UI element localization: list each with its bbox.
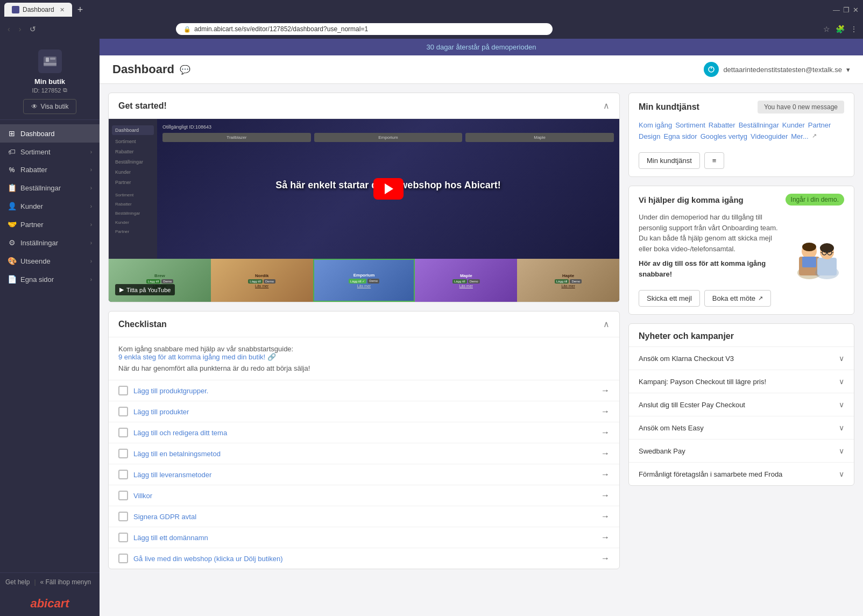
kundtjanst-link-bestallningar[interactable]: Beställningar <box>739 121 779 129</box>
kundtjanst-link-mer[interactable]: Mer... <box>791 132 809 140</box>
kundtjanst-link-kom-igang[interactable]: Kom igång <box>639 121 672 129</box>
bookmarks-icon[interactable]: ☆ <box>823 25 830 33</box>
grid-item-emporium: Emporium Lägg till ✓ Demo Läs mer <box>313 259 415 302</box>
checklist-label[interactable]: Villkor <box>133 492 152 500</box>
arrow-icon[interactable]: → <box>601 512 610 521</box>
browser-close[interactable]: ✕ <box>853 6 859 14</box>
checkbox-domannamn[interactable] <box>118 533 128 542</box>
sidebar-item-rabatter[interactable]: % Rabatter › <box>0 161 100 179</box>
vi-hjalper-text: Under din demoperiod har du tillgång til… <box>639 212 784 279</box>
boka-mote-button[interactable]: Boka ett möte ↗ <box>704 290 771 307</box>
checkbox-leveransmetoder[interactable] <box>118 470 128 479</box>
kundtjanst-link-egna-sidor[interactable]: Egna sidor <box>663 132 697 140</box>
checkbox-villkor[interactable] <box>118 491 128 500</box>
checklist-label[interactable]: Lägg till ett domännamn <box>133 534 208 542</box>
chevron-down-icon: ∨ <box>839 470 844 478</box>
arrow-icon[interactable]: → <box>601 386 610 395</box>
arrow-icon[interactable]: → <box>601 491 610 500</box>
browser-restore[interactable]: ❐ <box>843 6 850 14</box>
svg-point-9 <box>802 243 816 251</box>
sidebar-item-sortiment[interactable]: 🏷 Sortiment › <box>0 143 100 161</box>
kundtjanst-link-rabatter[interactable]: Rabatter <box>709 121 735 129</box>
checkbox-tema[interactable] <box>118 428 128 437</box>
arrow-icon[interactable]: → <box>601 533 610 542</box>
active-tab[interactable]: Dashboard ✕ <box>4 3 72 17</box>
user-email: dettaarintedenstitstatesten@textalk.se <box>723 66 842 74</box>
kundtjanst-link-partner[interactable]: Partner <box>808 121 831 129</box>
sidebar-item-utseende[interactable]: 🎨 Utseende › <box>0 252 100 270</box>
nav-forward-button[interactable]: › <box>17 24 24 34</box>
sortiment-icon: 🏷 <box>8 147 16 156</box>
sidebar-item-label: Partner <box>20 221 44 229</box>
kundtjanst-link-design[interactable]: Design <box>639 132 660 140</box>
menu-icon[interactable]: ⋮ <box>850 25 858 33</box>
nyheter-item-ecster[interactable]: Anslut dig till Ecster Pay Checkout ∨ <box>629 393 854 416</box>
play-button[interactable] <box>373 178 404 200</box>
checklist-label[interactable]: Signera GDPR avtal <box>133 513 196 521</box>
arrow-icon[interactable]: → <box>601 407 610 416</box>
kundtjanst-link-videoguider[interactable]: Videoguider <box>751 132 788 140</box>
checklist-label[interactable]: Lägg till en betalningsmetod <box>133 450 221 458</box>
get-help-link[interactable]: Get help <box>5 578 30 586</box>
min-kundtjanst-button[interactable]: Min kundtjänst <box>639 152 700 169</box>
sidebar-item-bestallningar[interactable]: 📋 Beställningar › <box>0 179 100 197</box>
collapse-menu-link[interactable]: « Fäll ihop menyn <box>40 578 91 586</box>
sidebar-item-partner[interactable]: 🤝 Partner › <box>0 215 100 233</box>
kundtjanst-card: Min kundtjänst You have 0 new message Ko… <box>628 93 854 177</box>
arrow-icon[interactable]: → <box>601 449 610 458</box>
checklist-label[interactable]: Lägg till produkter <box>133 408 189 416</box>
get-started-collapse-btn[interactable]: ∧ <box>603 101 610 111</box>
sidebar-item-egna-sidor[interactable]: 📄 Egna sidor › <box>0 270 100 288</box>
address-bar[interactable]: 🔒 admin.abicart.se/sv/editor/127852/dash… <box>176 23 553 35</box>
kundtjanst-menu-button[interactable]: ≡ <box>704 152 725 169</box>
checkbox-gdpr[interactable] <box>118 512 128 521</box>
checklist-item-gdpr: Signera GDPR avtal → <box>109 506 619 527</box>
gear-icon: ⚙ <box>8 238 16 247</box>
kundtjanst-link-kunder[interactable]: Kunder <box>782 121 805 129</box>
sidebar-item-installningar[interactable]: ⚙ Inställningar › <box>0 233 100 252</box>
new-tab-button[interactable]: + <box>74 4 87 16</box>
checklist-collapse-btn[interactable]: ∧ <box>603 319 610 329</box>
browser-minimize[interactable]: — <box>833 6 840 14</box>
sidebar-item-dashboard[interactable]: ⊞ Dashboard <box>0 124 100 143</box>
extensions-icon[interactable]: 🧩 <box>836 25 845 33</box>
checklist-label[interactable]: Lägg till och redigera ditt tema <box>133 429 227 437</box>
dashboard-icon: ⊞ <box>8 129 16 138</box>
sidebar-item-kunder[interactable]: 👤 Kunder › <box>0 197 100 215</box>
nav-reload-button[interactable]: ↺ <box>27 24 38 34</box>
nyheter-item-payson[interactable]: Kampanj: Payson Checkout till lägre pris… <box>629 370 854 393</box>
sidebar: Min butik ID: 127852 ⧉ 👁 Visa butik ⊞ Da… <box>0 39 100 616</box>
checklist-guide-link[interactable]: 9 enkla steg för att komma igång med din… <box>118 353 276 361</box>
arrow-icon[interactable]: → <box>601 470 610 479</box>
checklist-item-leveransmetoder: Lägg till leveransmetoder → <box>109 464 619 485</box>
chat-icon[interactable]: 💬 <box>180 65 190 75</box>
nyheter-item-klarna[interactable]: Ansök om Klarna Checkout V3 ∨ <box>629 347 854 370</box>
skicka-mejl-button[interactable]: Skicka ett mejl <box>639 290 700 307</box>
arrow-icon[interactable]: → <box>601 554 610 563</box>
video-container[interactable]: Dashboard Sortiment Rabatter Beställning… <box>109 119 619 302</box>
checkbox-live[interactable] <box>118 554 128 563</box>
arrow-icon[interactable]: → <box>601 428 610 437</box>
kundtjanst-link-sortiment[interactable]: Sortiment <box>675 121 705 129</box>
checklist-label[interactable]: Lägg till produktgrupper. <box>133 387 208 395</box>
checkbox-produktgrupper[interactable] <box>118 386 128 395</box>
nyheter-item-nets[interactable]: Ansök om Nets Easy ∨ <box>629 416 854 440</box>
tab-close-btn[interactable]: ✕ <box>60 6 65 13</box>
nyheter-item-froda[interactable]: Förmånligt företagslån i samarbete med F… <box>629 463 854 485</box>
checkbox-betalningsmetod[interactable] <box>118 449 128 458</box>
nav-back-button[interactable]: ‹ <box>5 24 12 34</box>
nyheter-item-swedbank[interactable]: Swedbank Pay ∨ <box>629 440 854 463</box>
user-menu-chevron: ▾ <box>846 66 850 74</box>
checklist-label[interactable]: Gå live med din webshop (klicka ur Dölj … <box>133 555 282 563</box>
kundtjanst-link-googles-vertyg[interactable]: Googles vertyg <box>701 132 747 140</box>
sidebar-item-label: Beställningar <box>20 184 61 192</box>
youtube-overlay[interactable]: ▶ Titta på YouTube <box>115 284 175 295</box>
vi-hjalper-card: Vi hjälper dig komma igång Ingår i din d… <box>628 186 854 315</box>
checkbox-produkter[interactable] <box>118 407 128 416</box>
visa-butik-button[interactable]: 👁 Visa butik <box>23 99 77 114</box>
kundtjanst-links: Kom igång Sortiment Rabatter Beställning… <box>629 121 854 147</box>
copy-id-icon[interactable]: ⧉ <box>63 87 67 94</box>
svg-point-14 <box>820 243 834 253</box>
checklist-label[interactable]: Lägg till leveransmetoder <box>133 471 211 479</box>
user-menu[interactable]: dettaarintedenstitstatesten@textalk.se ▾ <box>704 62 850 77</box>
